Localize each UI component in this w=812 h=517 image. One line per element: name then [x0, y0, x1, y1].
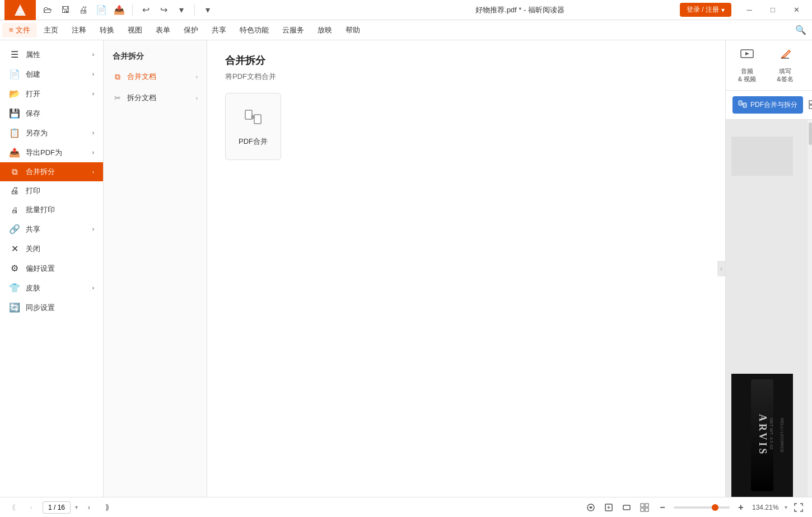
batchprint-icon: 🖨 — [9, 206, 20, 214]
merge-doc-label: 合并文档 — [127, 72, 156, 82]
file-menu-sync[interactable]: 🔄 同步设置 — [0, 298, 103, 317]
redo-icon[interactable]: ↪ — [156, 3, 171, 17]
print-icon[interactable]: 🖨 — [76, 3, 91, 17]
file-menu-skin[interactable]: 👕 皮肤 › — [0, 278, 103, 298]
undo-icon[interactable]: ↩ — [138, 3, 153, 17]
menu-item-protect[interactable]: 保护 — [177, 23, 205, 37]
file-menu-saveas[interactable]: 📋 另存为 › — [0, 123, 103, 143]
exportpdf-icon: 📤 — [9, 147, 20, 158]
main-layout: ☰ 属性 › 📄 创建 › 📂 打开 › 💾 保存 📋 另存为 › 📤 导出PD… — [0, 40, 812, 497]
open-folder-icon[interactable]: 🗁 — [40, 3, 55, 17]
last-page-button[interactable]: ⟫ — [100, 501, 114, 514]
title-bar: 🗁 🖫 🖨 📄 📤 ↩ ↪ ▾ ▾ 好物推荐.pdf * - 福昕阅读器 登录 … — [0, 0, 812, 20]
pdf-merge-split-button[interactable]: PDF合并与拆分 — [732, 96, 803, 114]
file-menu-share[interactable]: 🔗 共享 › — [0, 219, 103, 239]
submenu-merge-doc[interactable]: ⧉ 合并文档 › — [104, 66, 207, 87]
menu-item-slideshow[interactable]: 放映 — [311, 23, 339, 37]
zoom-dropdown-arrow[interactable]: ▾ — [785, 504, 787, 510]
right-panel-collapse-arrow[interactable]: › — [717, 261, 725, 276]
submenu-split-doc[interactable]: ✂ 拆分文档 › — [104, 87, 207, 109]
file-menu-preferences[interactable]: ⚙ 偏好设置 — [0, 258, 103, 278]
menu-item-help[interactable]: 帮助 — [339, 23, 367, 37]
file-menu-close[interactable]: ✕ 关闭 — [0, 239, 103, 258]
file-menu-exportpdf[interactable]: 📤 导出PDF为 › — [0, 143, 103, 162]
view-grid-btn[interactable] — [809, 97, 812, 112]
menu-bar: ≡ 文件 主页 注释 转换 视图 表单 保护 共享 特色功能 云服务 放映 帮助… — [0, 20, 812, 40]
zoom-slider-thumb[interactable] — [712, 504, 718, 511]
page-input[interactable] — [43, 501, 71, 514]
preferences-label: 偏好设置 — [26, 264, 55, 274]
close-menu-label: 关闭 — [26, 244, 40, 254]
sign-label: 填写&签名 — [777, 67, 793, 83]
dropdown-icon[interactable]: ▾ — [174, 3, 189, 17]
scrollbar-thumb[interactable] — [809, 123, 812, 145]
file-menu-save[interactable]: 💾 保存 — [0, 104, 103, 123]
svg-rect-2 — [245, 110, 252, 119]
menu-item-home[interactable]: 主页 — [37, 23, 65, 37]
menu-item-features[interactable]: 特色功能 — [233, 23, 276, 37]
menu-item-file[interactable]: ≡ 文件 — [2, 23, 37, 37]
new-doc-icon[interactable]: 📄 — [94, 3, 109, 17]
zoom-out-btn[interactable]: − — [656, 501, 669, 514]
more-icon[interactable]: ▾ — [200, 3, 215, 17]
file-menu-create[interactable]: 📄 创建 › — [0, 64, 103, 84]
menu-item-convert[interactable]: 转换 — [93, 23, 121, 37]
skin-icon: 👕 — [9, 283, 20, 293]
create-icon: 📄 — [9, 69, 20, 79]
prev-page-button[interactable]: ‹ — [25, 501, 38, 514]
titlebar-toolbar: 🗁 🖫 🖨 📄 📤 ↩ ↪ ▾ ▾ — [40, 3, 360, 17]
svg-rect-3 — [254, 115, 261, 124]
thumbnail-view-btn[interactable] — [638, 501, 651, 514]
fullscreen-button[interactable] — [792, 501, 805, 514]
search-button[interactable]: 🔍 — [792, 21, 810, 39]
hamburger-icon: ≡ — [9, 26, 13, 34]
menu-item-comment[interactable]: 注释 — [65, 23, 93, 37]
mergesplit-chevron: › — [92, 169, 94, 175]
zoom-slider[interactable] — [674, 506, 730, 509]
exportpdf-chevron: › — [92, 149, 94, 156]
save-icon[interactable]: 🖫 — [58, 3, 73, 17]
saveas-chevron: › — [92, 130, 94, 136]
minimize-button[interactable]: ─ — [738, 2, 760, 18]
svg-rect-21 — [641, 504, 644, 507]
right-panel: 音频& 视频 填写&签名 — [725, 40, 812, 497]
share-menu-label: 共享 — [26, 224, 40, 234]
zoom-value: 134.21% — [752, 504, 780, 511]
sign-tool-btn[interactable]: 填写&签名 — [767, 44, 803, 87]
zoom-in-btn[interactable]: + — [734, 501, 748, 514]
separator — [132, 4, 133, 16]
first-page-button[interactable]: ⟪ — [7, 501, 20, 514]
login-chevron-icon: ▾ — [721, 6, 725, 14]
zoom-text: 134.21% — [752, 504, 778, 511]
split-doc-label: 拆分文档 — [127, 93, 156, 103]
status-right: − + 134.21% ▾ — [584, 501, 805, 514]
app-logo — [4, 0, 36, 20]
svg-rect-9 — [743, 103, 746, 107]
menu-item-view[interactable]: 视图 — [121, 23, 149, 37]
svg-rect-8 — [739, 101, 742, 105]
reading-mode-btn[interactable] — [584, 501, 598, 514]
menu-item-cloud[interactable]: 云服务 — [276, 23, 311, 37]
file-menu-batchprint[interactable]: 🖨 批量打印 — [0, 200, 103, 219]
file-menu-open[interactable]: 📂 打开 › — [0, 84, 103, 104]
close-button[interactable]: ✕ — [785, 2, 808, 18]
login-button[interactable]: 登录 / 注册 ▾ — [680, 3, 731, 17]
menu-item-share[interactable]: 共享 — [205, 23, 233, 37]
file-menu-print[interactable]: 🖨 打印 — [0, 181, 103, 200]
pdf-merge-card[interactable]: PDF合并 — [225, 93, 281, 160]
svg-marker-0 — [15, 4, 26, 16]
separator2 — [194, 4, 195, 16]
menu-item-form[interactable]: 表单 — [149, 23, 177, 37]
file-menu-mergesplit[interactable]: ⧉ 合并拆分 › — [0, 162, 103, 181]
next-page-button[interactable]: › — [82, 501, 96, 514]
file-menu-properties[interactable]: ☰ 属性 › — [0, 45, 103, 64]
fit-width-btn[interactable] — [620, 501, 633, 514]
maximize-button[interactable]: □ — [762, 2, 784, 18]
page-dropdown-arrow[interactable]: ▾ — [75, 504, 78, 510]
export-icon[interactable]: 📤 — [112, 3, 127, 17]
fit-page-btn[interactable] — [602, 501, 615, 514]
media-tool-btn[interactable]: 音频& 视频 — [729, 44, 765, 87]
svg-rect-12 — [809, 105, 812, 109]
open-chevron: › — [92, 91, 94, 97]
svg-rect-24 — [645, 508, 648, 511]
